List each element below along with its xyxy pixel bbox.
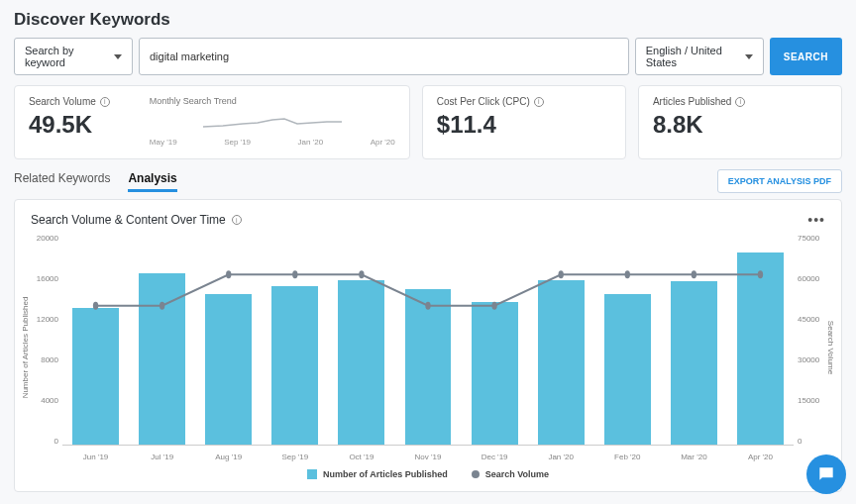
info-icon[interactable]: i bbox=[735, 97, 745, 107]
chart-card: Search Volume & Content Over Time i ••• … bbox=[14, 199, 842, 492]
legend-dot-icon bbox=[472, 470, 480, 478]
x-tick: Dec '19 bbox=[462, 453, 528, 461]
chat-bubble-icon[interactable] bbox=[806, 454, 846, 494]
trend-tick: Jan '20 bbox=[298, 138, 324, 147]
chart-bar bbox=[604, 294, 651, 445]
locale-dropdown[interactable]: English / United States bbox=[635, 38, 764, 75]
search-row: Search by keyword English / United State… bbox=[14, 38, 842, 75]
x-tick: Aug '19 bbox=[195, 453, 262, 461]
chart-bar bbox=[671, 281, 717, 445]
x-tick: Apr '20 bbox=[727, 453, 794, 461]
x-tick: Jan '20 bbox=[528, 453, 594, 461]
y-axis-left-ticks: 200001600012000800040000 bbox=[31, 234, 62, 461]
x-tick: Sep '19 bbox=[262, 453, 328, 461]
x-tick: Jun '19 bbox=[62, 453, 129, 461]
chart-bar bbox=[472, 302, 518, 445]
card-value-articles: 8.8K bbox=[653, 111, 827, 139]
chart-bar bbox=[538, 280, 585, 445]
tabs: Related Keywords Analysis bbox=[14, 171, 177, 192]
search-type-dropdown[interactable]: Search by keyword bbox=[14, 38, 133, 75]
chart-bar bbox=[737, 252, 784, 445]
trend-sparkline: Monthly Search Trend May '19 Sep '19 Jan… bbox=[130, 96, 395, 147]
chart-bar bbox=[338, 280, 384, 445]
trend-tick: May '19 bbox=[150, 138, 177, 147]
chart-bar bbox=[271, 286, 318, 445]
card-label-cpc: Cost Per Click (CPC) bbox=[437, 96, 530, 107]
card-articles: Articles Published i 8.8K bbox=[638, 85, 842, 159]
chart-bar bbox=[72, 308, 119, 445]
export-analysis-button[interactable]: EXPORT ANALYSIS PDF bbox=[717, 169, 842, 193]
card-label-articles: Articles Published bbox=[653, 96, 731, 107]
trend-label: Monthly Search Trend bbox=[150, 96, 395, 106]
card-label-search-volume: Search Volume bbox=[29, 96, 96, 107]
search-button[interactable]: SEARCH bbox=[770, 38, 842, 75]
chevron-down-icon bbox=[745, 54, 753, 59]
x-tick: Nov '19 bbox=[394, 453, 461, 461]
sparkline-svg bbox=[150, 112, 395, 132]
card-search-volume: Search Volume i 49.5K Monthly Search Tre… bbox=[14, 85, 410, 159]
chart-plot: Jun '19Jul '19Aug '19Sep '19Oct '19Nov '… bbox=[62, 234, 794, 461]
legend-line: Search Volume bbox=[472, 469, 549, 479]
x-tick: Mar '20 bbox=[661, 453, 727, 461]
chart-title: Search Volume & Content Over Time bbox=[31, 213, 226, 227]
legend-square-icon bbox=[307, 469, 317, 479]
tab-analysis[interactable]: Analysis bbox=[128, 171, 176, 192]
stat-cards: Search Volume i 49.5K Monthly Search Tre… bbox=[14, 85, 842, 159]
x-tick: Oct '19 bbox=[328, 453, 394, 461]
chevron-down-icon bbox=[114, 54, 122, 59]
chart-bar bbox=[405, 289, 452, 445]
chart-bar bbox=[139, 273, 185, 445]
info-icon[interactable]: i bbox=[534, 97, 544, 107]
card-cpc: Cost Per Click (CPC) i $11.4 bbox=[422, 85, 626, 159]
x-tick: Jul '19 bbox=[129, 453, 195, 461]
card-value-cpc: $11.4 bbox=[437, 111, 611, 139]
tab-related-keywords[interactable]: Related Keywords bbox=[14, 171, 110, 192]
x-tick: Feb '20 bbox=[594, 453, 661, 461]
search-type-label: Search by keyword bbox=[25, 45, 106, 68]
info-icon[interactable]: i bbox=[100, 97, 110, 107]
info-icon[interactable]: i bbox=[232, 215, 242, 225]
more-icon[interactable]: ••• bbox=[807, 212, 825, 228]
y-axis-left-label: Number of Articles Published bbox=[21, 297, 30, 399]
locale-label: English / United States bbox=[646, 45, 737, 68]
trend-tick: Apr '20 bbox=[371, 138, 395, 147]
y-axis-right-label: Search Volume bbox=[826, 321, 835, 374]
page-title: Discover Keywords bbox=[14, 10, 842, 30]
chart-legend: Number of Articles Published Search Volu… bbox=[31, 469, 825, 479]
search-input[interactable] bbox=[139, 38, 629, 75]
chart-bar bbox=[205, 294, 252, 445]
card-value-search-volume: 49.5K bbox=[29, 111, 110, 139]
chart-area: Number of Articles Published 20000160001… bbox=[31, 234, 825, 461]
y-axis-right-ticks: 75000600004500030000150000 bbox=[794, 234, 825, 461]
trend-tick: Sep '19 bbox=[224, 138, 251, 147]
legend-bars: Number of Articles Published bbox=[307, 469, 448, 479]
